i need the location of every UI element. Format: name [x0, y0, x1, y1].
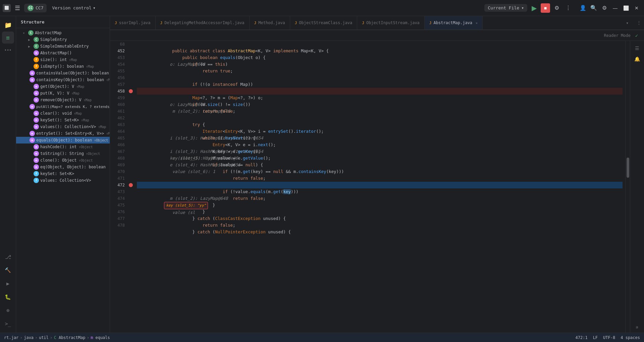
tab-ssorimpl[interactable]: J ssorImpl.java	[110, 16, 156, 30]
sidebar-run-icon[interactable]: ▶	[2, 278, 14, 290]
tree-item-containsvalue[interactable]: m containsValue(Object): boolean ↑Map	[16, 70, 110, 76]
method-icon: m	[34, 91, 39, 96]
interface-icon: f	[34, 178, 39, 183]
indent-setting[interactable]: 4 spaces	[621, 335, 640, 340]
tree-item-simpleimmutableentry[interactable]: ▶ C SimpleImmutableEntry	[16, 43, 110, 50]
gutter-454	[127, 61, 134, 68]
search-btn[interactable]: 🔍	[589, 3, 598, 13]
run-button[interactable]: ▶	[529, 3, 539, 13]
tab-objectinputstream[interactable]: J ObjectInputStream.java	[357, 16, 425, 30]
tree-item-keyset[interactable]: m keySet(): Set<K> ↑Map	[16, 117, 110, 123]
sidebar-plugins-icon[interactable]: ⊕	[2, 304, 14, 317]
current-file-selector[interactable]: Current File ▾	[484, 4, 527, 12]
tree-item-values-field[interactable]: f values: Collection<V>	[16, 177, 110, 184]
tree-item-keyset-field[interactable]: f keySet: Set<K>	[16, 170, 110, 177]
tree-badge: ↑Map	[69, 58, 77, 62]
line-num-472: 472	[117, 182, 125, 188]
scrollbar-thumb[interactable]	[627, 158, 629, 178]
maximize-btn[interactable]: ⬜	[621, 3, 631, 13]
sidebar-project-icon[interactable]: 📁	[2, 19, 14, 31]
code-editor[interactable]: 68 452 453 454 455 456 457 458 459 460 4…	[110, 41, 644, 333]
stop-button[interactable]: ■	[541, 3, 550, 13]
tabs-more-btn[interactable]: ▾	[622, 16, 633, 30]
breakpoint-458[interactable]	[129, 89, 133, 93]
tab-abstractmap[interactable]: J AbstractMap.java ✕	[425, 16, 483, 30]
code-content[interactable]: public abstract class AbstractMap<K, V> …	[134, 41, 625, 333]
breadcrumb-util[interactable]: util	[39, 335, 49, 340]
tree-item-size[interactable]: f size(): int ↑Map	[16, 56, 110, 63]
tree-item-abstractmap[interactable]: ▾ C AbstractMap	[16, 30, 110, 36]
tree-item-containskey[interactable]: m containsKey(Object): boolean ↑Map	[16, 76, 110, 83]
tree-expand: ▶	[28, 38, 32, 42]
more-options-btn[interactable]: ⋮	[564, 3, 573, 13]
tab-close-btn[interactable]: ✕	[476, 21, 478, 25]
tab-method[interactable]: J Method.java	[250, 16, 290, 30]
tree-item-entryset[interactable]: m entrySet(): Set<Entry<K, V>> ↑Map	[16, 130, 110, 137]
code-line-458: Map<?, ?> m = (Map<?, ?>) o; o: LazyMap@…	[137, 88, 623, 95]
tree-item-get[interactable]: m get(Object): V ↑Map	[16, 83, 110, 90]
editor-toolbar-right: ⋮	[634, 16, 644, 30]
tree-label: AbstractMap	[35, 31, 61, 35]
breadcrumb-class-icon: C	[54, 335, 56, 340]
tree-item-tostring[interactable]: m toString(): String ↑Object	[16, 150, 110, 157]
tree-item-putall[interactable]: m putAll(Map<? extends K, ? extends V>):…	[16, 103, 110, 110]
more-files-btn[interactable]: ⋮	[637, 20, 641, 25]
sidebar-git-icon[interactable]: ⎇	[2, 251, 14, 263]
code-line-68: public abstract class AbstractMap<K, V> …	[137, 41, 623, 48]
code-line-468: if (value == null) {	[137, 155, 623, 162]
code-line-460: return false;	[137, 101, 623, 108]
version-control-btn[interactable]: Version control ▾	[49, 4, 98, 12]
breakpoint-472[interactable]	[129, 183, 133, 187]
line-ending[interactable]: LF	[593, 335, 598, 340]
gutter-468	[127, 155, 134, 162]
tree-item-equals[interactable]: m equals(Object): boolean ↑Object	[16, 137, 110, 144]
tree-item-constructor[interactable]: m AbstractMap()	[16, 50, 110, 56]
breadcrumb-abstractmap[interactable]: CAbstractMap	[54, 335, 86, 340]
tree-badge: ↑Map	[86, 65, 94, 68]
tab-objectstreamclass[interactable]: J ObjectStreamClass.java	[290, 16, 358, 30]
right-panel-toggle[interactable]: ☰	[633, 44, 642, 53]
tab-java-icon: J	[429, 21, 432, 25]
project-selector[interactable]: CC CC7	[24, 4, 47, 12]
tree-item-hashcode[interactable]: m hashCode(): int ↑Object	[16, 144, 110, 150]
cursor-position[interactable]: 472:1	[576, 335, 588, 340]
encoding[interactable]: UTF-8	[603, 335, 615, 340]
breadcrumb-rtjar[interactable]: rt.jar	[4, 335, 18, 340]
sidebar-more-icon[interactable]: •••	[2, 44, 14, 56]
vertical-scrollbar[interactable]	[625, 41, 630, 333]
tree-label: equals(Object): boolean	[36, 138, 92, 142]
tree-item-values[interactable]: m values(): Collection<V> ↑Map	[16, 123, 110, 130]
hamburger-menu[interactable]: ☰	[13, 3, 21, 13]
tree-item-remove[interactable]: m remove(Object): V ↑Map	[16, 97, 110, 103]
gutter-458[interactable]	[127, 88, 134, 95]
gutter-477	[127, 215, 134, 222]
method-icon: m	[30, 137, 35, 143]
tree-item-put[interactable]: m put(K, V): V ↑Map	[16, 90, 110, 97]
sidebar-debug-icon[interactable]: 🐛	[2, 291, 14, 303]
sidebar-terminal-icon[interactable]: >_	[2, 318, 14, 330]
gutter-456	[127, 74, 134, 81]
breadcrumb-java[interactable]: java	[24, 335, 34, 340]
gutter-461	[127, 108, 134, 115]
tabs-more-icon: ▾	[626, 20, 629, 25]
tree-item-eq[interactable]: m eq(Object, Object): boolean	[16, 164, 110, 170]
minimize-btn[interactable]: —	[610, 3, 620, 13]
close-btn[interactable]: ✕	[632, 3, 641, 13]
profile-btn[interactable]: 👤	[578, 3, 588, 13]
tab-delegating[interactable]: J DelegatingMethodAccessorImpl.java	[156, 16, 250, 30]
tree-item-clone[interactable]: m clone(): Object ↑Object	[16, 157, 110, 164]
gutter-472[interactable]	[127, 182, 134, 188]
tree-item-simpleentry[interactable]: ▶ C SimpleEntry	[16, 36, 110, 43]
tree-item-clear[interactable]: m clear(): void ↑Map	[16, 110, 110, 117]
tree-badge: ↑Object	[94, 138, 108, 142]
breadcrumb-equals[interactable]: mequals	[91, 335, 110, 340]
sidebar-build-icon[interactable]: 🔨	[2, 264, 14, 276]
settings-icon-btn[interactable]: ⚙	[552, 3, 561, 13]
tree-item-isempty[interactable]: f isEmpty(): boolean ↑Map	[16, 63, 110, 70]
tree-badge: ↑Map	[81, 118, 89, 122]
line-gutter	[127, 41, 134, 333]
notifications-icon[interactable]: 🔔	[633, 54, 642, 64]
sidebar-structure-icon[interactable]: ≡	[2, 32, 14, 44]
gear-btn[interactable]: ⚙	[600, 3, 609, 13]
reader-mode-toggle[interactable]: ✓	[633, 32, 640, 39]
